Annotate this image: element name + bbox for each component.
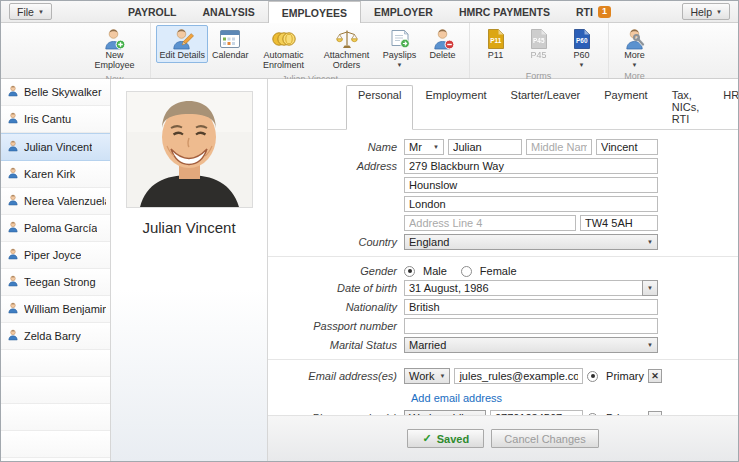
first-name-input[interactable] (448, 139, 522, 155)
email-label: Email address(es) (268, 370, 404, 382)
employee-list-item-nerea-valenzuela[interactable]: Nerea Valenzuela (1, 188, 110, 215)
attachment-orders-button[interactable]: Attachment Orders (316, 25, 378, 73)
menu-tab-payroll[interactable]: PAYROLL (115, 1, 189, 23)
chevron-down-icon: ▼ (579, 62, 585, 69)
email-input[interactable] (454, 368, 583, 384)
new-employee-button[interactable]: New Employee (83, 25, 145, 73)
address-label: Address (268, 160, 404, 172)
email-type-select[interactable]: Work ▼ (404, 368, 450, 384)
dob-input[interactable] (404, 280, 642, 296)
ribbon-group-new: New EmployeeNew (78, 23, 150, 78)
ribbon-group-julian-vincent: Edit DetailsCalendarAutomatic EnrolmentA… (150, 23, 468, 78)
ribbon-group-more: More▼More (608, 23, 661, 78)
address-line1-input[interactable] (404, 158, 658, 174)
country-select[interactable]: England ▼ (404, 234, 658, 250)
p60-button[interactable]: P60P60▼ (561, 25, 603, 70)
new-employee-icon (102, 28, 126, 51)
employee-list-item-william-benjamin[interactable]: William Benjamin (1, 296, 110, 323)
menu-tab-hmrc-payments[interactable]: HMRC PAYMENTS (446, 1, 563, 23)
chevron-down-icon: ▼ (647, 239, 653, 245)
tab-employment[interactable]: Employment (413, 85, 498, 130)
automatic-enrolment-button[interactable]: Automatic Enrolment (253, 25, 315, 73)
delete-button[interactable]: Delete (422, 25, 464, 63)
passport-label: Passport number (268, 320, 404, 332)
employee-mini-icon (7, 248, 19, 262)
title-select[interactable]: Mr ▼ (404, 139, 444, 155)
employee-portrait-illustration (127, 92, 252, 207)
passport-input[interactable] (404, 318, 658, 334)
calendar-button[interactable]: Calendar (209, 25, 252, 63)
email-primary-label: Primary (606, 370, 644, 382)
ribbon-item-label: Edit Details (159, 51, 205, 61)
file-menu-button[interactable]: File ▼ (9, 3, 52, 20)
p11-button[interactable]: P11P11 (475, 25, 517, 63)
country-label: Country (268, 236, 404, 248)
email-primary-radio[interactable] (587, 371, 598, 382)
marital-status-value: Married (409, 339, 446, 351)
cancel-changes-button[interactable]: Cancel Changes (491, 429, 598, 448)
employee-list-item-julian-vincent[interactable]: Julian Vincent (1, 133, 110, 161)
add-email-link[interactable]: Add email address (411, 392, 502, 404)
menu-tab-employees[interactable]: EMPLOYEES (268, 1, 361, 23)
tab-starter-leaver[interactable]: Starter/Leaver (499, 85, 593, 130)
employee-list-item-zelda-barry[interactable]: Zelda Barry (1, 323, 110, 350)
payslips-button[interactable]: Payslips▼ (379, 25, 421, 70)
employee-list-item-label: Zelda Barry (24, 330, 81, 342)
tab-tax-nics-rti[interactable]: Tax, NICs, RTI (660, 85, 712, 130)
menu-tab-label: EMPLOYER (374, 6, 433, 18)
gender-female-radio[interactable] (461, 266, 472, 277)
ribbon-item-label: Calendar (212, 51, 249, 61)
address-line2-input[interactable] (404, 177, 658, 193)
ribbon-item-label: More (624, 51, 645, 61)
section-divider (268, 256, 738, 257)
employee-mini-icon (7, 302, 19, 316)
phone-primary-radio[interactable] (587, 413, 598, 416)
employee-list-item-piper-joyce[interactable]: Piper Joyce (1, 242, 110, 269)
employee-mini-icon (7, 85, 19, 99)
employee-list-item-iris-cantu[interactable]: Iris Cantu (1, 106, 110, 133)
gender-male-radio[interactable] (404, 266, 415, 277)
employee-list-item-paloma-garc-a[interactable]: Paloma García (1, 215, 110, 242)
middle-name-input[interactable] (526, 139, 592, 155)
employee-list-item-label: Nerea Valenzuela (24, 195, 106, 207)
more-tools-icon (623, 28, 647, 51)
tab-payment[interactable]: Payment (592, 85, 659, 130)
employee-photo[interactable] (126, 91, 253, 208)
menu-tab-label: EMPLOYEES (282, 7, 347, 19)
employee-list-item-label: Karen Kirk (24, 168, 75, 180)
marital-status-select[interactable]: Married ▼ (404, 337, 658, 353)
employee-list-item-label: Julian Vincent (24, 141, 92, 153)
edit-details-button[interactable]: Edit Details (156, 25, 208, 63)
employee-list-item-karen-kirk[interactable]: Karen Kirk (1, 161, 110, 188)
ribbon-item-label: P60 (574, 51, 590, 61)
more-button[interactable]: More▼ (614, 25, 656, 70)
employee-list-item-label: Belle Skywalker (24, 86, 102, 98)
tab-hr[interactable]: HR (711, 85, 739, 130)
employee-photo-panel: Julian Vincent (111, 79, 268, 461)
svg-text:P11: P11 (490, 37, 501, 44)
employee-list-item-teegan-strong[interactable]: Teegan Strong (1, 269, 110, 296)
p45-button[interactable]: P45P45 (518, 25, 560, 63)
chevron-down-icon: ▼ (397, 62, 403, 69)
employee-list-item-label: Iris Cantu (24, 113, 71, 125)
dob-dropdown-button[interactable]: ▼ (642, 280, 658, 296)
form-footer: ✓ Saved Cancel Changes (268, 415, 738, 461)
saved-button[interactable]: ✓ Saved (407, 429, 484, 448)
help-menu-button[interactable]: Help ▼ (682, 3, 730, 20)
menu-tab-employer[interactable]: EMPLOYER (361, 1, 446, 23)
menu-tab-label: PAYROLL (128, 6, 176, 18)
address-line3-input[interactable] (404, 196, 658, 212)
address-line4-input[interactable] (404, 215, 576, 231)
marital-status-label: Marital Status (268, 339, 404, 351)
last-name-input[interactable] (596, 139, 658, 155)
employee-list-item-belle-skywalker[interactable]: Belle Skywalker (1, 79, 110, 106)
menu-tab-analysis[interactable]: ANALYSIS (190, 1, 268, 23)
p60-form-icon: P60 (571, 28, 593, 51)
postcode-input[interactable] (580, 215, 658, 231)
dob-datepicker[interactable]: ▼ (404, 280, 658, 296)
tab-personal[interactable]: Personal (346, 85, 413, 130)
menu-tab-rti[interactable]: RTI1 (563, 1, 624, 23)
email-type-value: Work (409, 370, 434, 382)
email-delete-button[interactable]: ✕ (648, 369, 662, 383)
nationality-input[interactable] (404, 299, 658, 315)
